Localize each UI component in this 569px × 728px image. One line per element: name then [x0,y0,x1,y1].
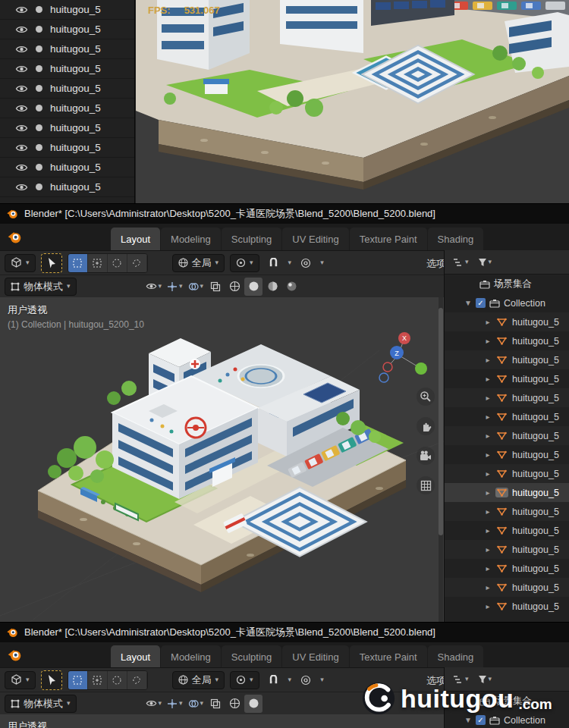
select-mode-tweak-button[interactable] [68,254,88,272]
outliner-row[interactable]: huitugou_5 [0,39,134,59]
expander-closed-icon[interactable]: ▸ [484,602,492,610]
expander-closed-icon[interactable]: ▸ [484,488,492,497]
render-visibility-icon[interactable] [36,6,42,13]
workspace-tab[interactable]: Sculpting [222,645,281,668]
eye-icon[interactable] [15,45,28,54]
render-visibility-icon[interactable] [36,26,42,33]
workspace-tab[interactable]: UV Editing [282,645,348,668]
viewport-menu-item[interactable] [78,275,92,298]
outliner-row[interactable]: huitugou_5 [0,177,134,197]
3d-viewport[interactable]: 用户透视 [0,714,444,728]
pivot-point-dropdown[interactable]: ▾ [230,254,259,272]
toggle-grid-button[interactable] [417,476,435,494]
mode-dropdown[interactable]: 物体模式 ▾ [5,695,77,713]
shading-material-button[interactable] [263,278,281,296]
blender-menu-button[interactable] [0,224,29,250]
outliner-row[interactable]: huitugou_5 [0,138,134,158]
select-mode-tweak-button[interactable] [68,671,88,689]
outliner-object-row[interactable]: ▸ huitugou_5 [445,559,569,578]
expander-closed-icon[interactable]: ▸ [484,545,492,554]
menubar-item[interactable] [59,642,74,668]
proportional-edit-toggle[interactable] [297,671,315,689]
expander-closed-icon[interactable]: ▸ [484,507,492,516]
render-visibility-icon[interactable] [36,164,42,171]
workspace-tab[interactable]: Texture Paint [350,645,427,668]
workspace-tab[interactable]: Sculpting [222,228,281,250]
workspace-tab[interactable]: Modeling [161,645,221,668]
falloff-dropdown-chevron-icon[interactable]: ▾ [320,676,324,683]
select-mode-box-button[interactable] [88,254,108,272]
viewport-menu-item[interactable] [78,692,92,715]
scene-collection-row[interactable]: 场景集合 [445,275,569,293]
render-visibility-icon[interactable] [36,85,42,92]
render-visibility-icon[interactable] [36,65,42,72]
expander-closed-icon[interactable]: ▸ [484,375,492,383]
viewport-menu-item[interactable] [108,692,122,715]
workspace-tab[interactable]: Layout [111,228,160,250]
orientation-dropdown[interactable]: 全局 ▾ [172,254,225,272]
viewport-menu-item[interactable] [108,275,122,298]
outliner-row[interactable]: huitugou_5 [0,118,134,138]
expander-closed-icon[interactable]: ▸ [484,413,492,421]
outliner-row[interactable]: huitugou_5 [0,197,134,203]
workspace-tab[interactable]: Modeling [161,228,221,250]
shading-rendered-button[interactable] [282,278,300,296]
collection-row[interactable]: ▼ ✓ Collection [445,293,569,312]
workspace-tab[interactable]: Texture Paint [350,228,427,250]
menubar-item[interactable] [29,642,44,668]
render-visibility-icon[interactable] [36,184,42,190]
blender-menu-button[interactable] [0,642,29,668]
top-3d-viewport[interactable]: FPS:531.067 [136,0,569,203]
expander-closed-icon[interactable]: ▸ [484,450,492,459]
eye-icon[interactable] [15,5,28,14]
pan-hand-button[interactable] [417,417,435,435]
active-tool-button[interactable] [41,253,62,273]
outliner-row[interactable]: huitugou_5 [0,59,134,79]
outliner-object-row[interactable]: ▸ huitugou_5 [445,483,569,502]
expander-open-icon[interactable]: ▼ [464,299,472,307]
window-titlebar[interactable]: Blender* [C:\Users\Administrator\Desktop… [0,203,569,224]
workspace-tab[interactable]: Layout [111,645,160,668]
viewport-menu-item[interactable] [93,692,107,715]
outliner-object-row[interactable]: ▸ huitugou_5 [445,540,569,559]
outliner-display-mode-dropdown[interactable]: ▾ [451,253,471,271]
menubar-item[interactable] [59,224,74,250]
outliner-object-row[interactable]: ▸ huitugou_5 [445,578,569,597]
shading-wireframe-button[interactable] [225,278,244,296]
eye-icon[interactable] [15,25,28,34]
eye-icon[interactable] [15,143,28,152]
outliner-object-row[interactable]: ▸ huitugou_5 [445,312,569,331]
editor-type-dropdown[interactable]: ▾ [5,254,36,272]
overlays-dropdown[interactable]: ▾ [186,695,206,713]
gizmos-dropdown[interactable]: ▾ [165,695,185,713]
camera-view-button[interactable] [417,447,435,465]
workspace-tab[interactable]: UV Editing [282,228,348,250]
snap-dropdown-chevron-icon[interactable]: ▾ [288,259,292,266]
viewport-menu-item[interactable] [124,692,137,715]
select-mode-box-button[interactable] [88,671,108,689]
outliner-row[interactable]: huitugou_5 [0,20,134,39]
menubar-item[interactable] [29,224,44,250]
shading-wireframe-button[interactable] [225,695,244,713]
select-mode-circle-button[interactable] [108,254,127,272]
render-visibility-icon[interactable] [36,124,42,131]
outliner-object-row[interactable]: ▸ huitugou_5 [445,464,569,483]
proportional-edit-toggle[interactable] [297,254,315,272]
xray-toggle[interactable] [206,278,225,296]
shading-solid-button[interactable] [244,278,262,296]
render-visibility-icon[interactable] [36,46,42,52]
select-mode-lasso-button[interactable] [127,671,147,689]
expander-closed-icon[interactable]: ▸ [484,431,492,440]
menubar-item[interactable] [90,224,105,250]
outliner-object-row[interactable]: ▸ huitugou_5 [445,426,569,445]
expander-closed-icon[interactable]: ▸ [484,337,492,345]
outliner-object-row[interactable]: ▸ huitugou_5 [445,502,569,521]
expander-closed-icon[interactable]: ▸ [484,526,492,535]
expander-closed-icon[interactable]: ▸ [484,583,492,592]
3d-viewport[interactable]: 用户透视 (1) Collection | huitugou_5200_10 ‹ [0,297,444,622]
expander-closed-icon[interactable]: ▸ [484,318,492,326]
eye-icon[interactable] [15,124,28,133]
outliner-object-row[interactable]: ▸ huitugou_5 [445,369,569,388]
outliner-row[interactable]: huitugou_5 [0,99,134,118]
eye-icon[interactable] [15,104,28,113]
